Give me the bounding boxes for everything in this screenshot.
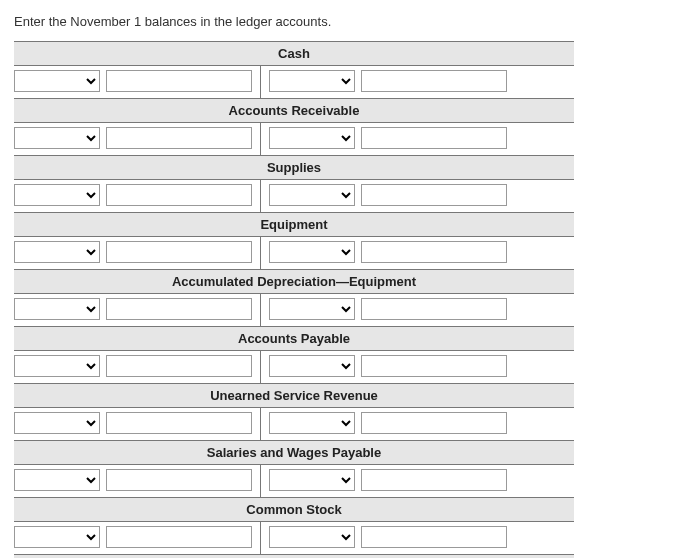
- account-accounts-receivable: Accounts Receivable: [14, 98, 574, 155]
- amount-input-right[interactable]: [361, 412, 507, 434]
- amount-input-right[interactable]: [361, 184, 507, 206]
- date-select-right[interactable]: [269, 184, 355, 206]
- amount-input-right[interactable]: [361, 127, 507, 149]
- account-header-accum-depr-equipment: Accumulated Depreciation—Equipment: [14, 269, 574, 294]
- t-account-divider: [260, 237, 261, 269]
- amount-input-right[interactable]: [361, 298, 507, 320]
- amount-input-right[interactable]: [361, 526, 507, 548]
- amount-input-left[interactable]: [106, 298, 252, 320]
- account-row: [14, 123, 574, 155]
- account-header-retained-earnings: Retained Earnings: [14, 554, 574, 558]
- account-accum-depr-equipment: Accumulated Depreciation—Equipment: [14, 269, 574, 326]
- account-row: [14, 237, 574, 269]
- instruction-text: Enter the November 1 balances in the led…: [14, 14, 670, 29]
- account-common-stock: Common Stock: [14, 497, 574, 554]
- amount-input-right[interactable]: [361, 469, 507, 491]
- amount-input-left[interactable]: [106, 469, 252, 491]
- account-row: [14, 66, 574, 98]
- account-row: [14, 294, 574, 326]
- t-account-divider: [260, 351, 261, 383]
- date-select-left[interactable]: [14, 298, 100, 320]
- date-select-right[interactable]: [269, 526, 355, 548]
- date-select-left[interactable]: [14, 184, 100, 206]
- amount-input-left[interactable]: [106, 526, 252, 548]
- t-account-divider: [260, 180, 261, 212]
- account-unearned-service-revenue: Unearned Service Revenue: [14, 383, 574, 440]
- account-header-salaries-wages-payable: Salaries and Wages Payable: [14, 440, 574, 465]
- amount-input-right[interactable]: [361, 70, 507, 92]
- t-account-divider: [260, 465, 261, 497]
- date-select-left[interactable]: [14, 469, 100, 491]
- t-account-divider: [260, 408, 261, 440]
- account-header-accounts-payable: Accounts Payable: [14, 326, 574, 351]
- amount-input-right[interactable]: [361, 355, 507, 377]
- account-header-equipment: Equipment: [14, 212, 574, 237]
- account-header-common-stock: Common Stock: [14, 497, 574, 522]
- date-select-right[interactable]: [269, 127, 355, 149]
- amount-input-left[interactable]: [106, 412, 252, 434]
- date-select-left[interactable]: [14, 70, 100, 92]
- date-select-right[interactable]: [269, 469, 355, 491]
- account-retained-earnings: Retained Earnings: [14, 554, 574, 558]
- date-select-right[interactable]: [269, 241, 355, 263]
- t-account-divider: [260, 294, 261, 326]
- account-header-accounts-receivable: Accounts Receivable: [14, 98, 574, 123]
- date-select-left[interactable]: [14, 526, 100, 548]
- account-row: [14, 180, 574, 212]
- amount-input-left[interactable]: [106, 355, 252, 377]
- account-row: [14, 408, 574, 440]
- t-account-divider: [260, 66, 261, 98]
- account-salaries-wages-payable: Salaries and Wages Payable: [14, 440, 574, 497]
- account-cash: Cash: [14, 41, 574, 98]
- t-account-divider: [260, 522, 261, 554]
- date-select-left[interactable]: [14, 241, 100, 263]
- date-select-right[interactable]: [269, 412, 355, 434]
- t-account-divider: [260, 123, 261, 155]
- date-select-left[interactable]: [14, 412, 100, 434]
- account-header-supplies: Supplies: [14, 155, 574, 180]
- date-select-right[interactable]: [269, 355, 355, 377]
- account-equipment: Equipment: [14, 212, 574, 269]
- date-select-right[interactable]: [269, 70, 355, 92]
- account-header-cash: Cash: [14, 41, 574, 66]
- date-select-left[interactable]: [14, 127, 100, 149]
- date-select-right[interactable]: [269, 298, 355, 320]
- date-select-left[interactable]: [14, 355, 100, 377]
- amount-input-left[interactable]: [106, 241, 252, 263]
- amount-input-left[interactable]: [106, 127, 252, 149]
- account-row: [14, 465, 574, 497]
- amount-input-right[interactable]: [361, 241, 507, 263]
- amount-input-left[interactable]: [106, 184, 252, 206]
- account-accounts-payable: Accounts Payable: [14, 326, 574, 383]
- account-supplies: Supplies: [14, 155, 574, 212]
- account-row: [14, 522, 574, 554]
- account-row: [14, 351, 574, 383]
- account-header-unearned-service-revenue: Unearned Service Revenue: [14, 383, 574, 408]
- amount-input-left[interactable]: [106, 70, 252, 92]
- ledger-container: Cash Accounts Receivable Supplies: [14, 41, 574, 558]
